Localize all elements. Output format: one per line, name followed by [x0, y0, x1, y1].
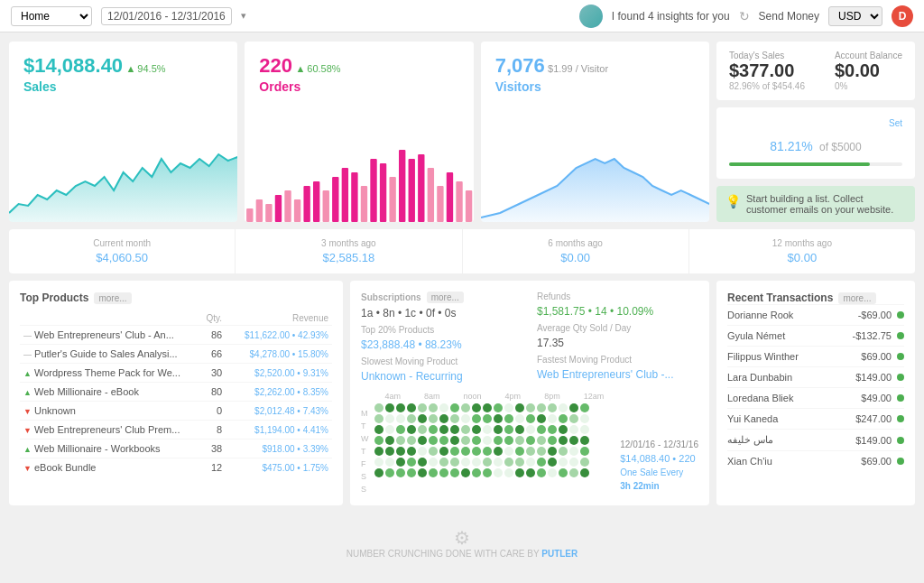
heatmap-hour-label: 4pm [505, 392, 522, 401]
heatmap-cell [472, 414, 481, 423]
heatmap-cell [429, 425, 438, 434]
transaction-row: Filippus Winther $69.00 [727, 346, 904, 366]
transaction-row: Yui Kaneda $247.00 [727, 408, 904, 429]
product-qty: 8 [199, 421, 226, 440]
transactions-list: Dorianne Rook -$69.00 Gyula Német -$132.… [727, 304, 904, 471]
top20-section: Top 20% Products $23,888.48 • 88.23% [361, 325, 522, 351]
transaction-row: Gyula Német -$132.75 [727, 325, 904, 346]
txn-status-dot [897, 437, 904, 444]
heatmap-cell [526, 403, 535, 412]
heatmap-cell [548, 425, 557, 434]
product-revenue: $475.00 • 1.75% [226, 458, 332, 477]
home-select[interactable]: Home [11, 6, 92, 26]
date-chevron-icon[interactable]: ▾ [241, 10, 246, 22]
top20-label: Top 20% Products [361, 325, 522, 335]
heatmap-cell [472, 447, 481, 456]
mini-stats-row: Today's Sales $377.00 82.96% of $454.46 … [729, 51, 902, 91]
svg-rect-19 [428, 168, 434, 222]
txn-name: Lara Dunbabin [727, 372, 792, 383]
transaction-row: Lara Dunbabin $149.00 [727, 366, 904, 387]
heatmap-cell [526, 447, 535, 456]
txn-amount: -$132.75 [853, 330, 892, 341]
transactions-more-button[interactable]: more... [838, 292, 875, 304]
svg-rect-15 [390, 177, 396, 222]
svg-rect-14 [380, 163, 386, 222]
account-balance-section: Account Balance $0.00 0% [835, 51, 902, 91]
heatmap-stats-section: 12/01/16 - 12/31/16 $14,088.40 • 220 One… [620, 392, 698, 495]
heatmap-cell [429, 447, 438, 456]
heatmap-cell [483, 414, 492, 423]
heatmap-cell [494, 447, 503, 456]
heatmap-cell [429, 403, 438, 412]
txn-right: $69.00 [861, 456, 904, 467]
product-qty: 38 [199, 440, 226, 458]
heatmap-row [374, 436, 615, 445]
table-row: ▲ Web Millionaire - eBook 80 $2,262.00 •… [20, 383, 332, 402]
transaction-row: Loredana Bliek $49.00 [727, 387, 904, 408]
heatmap-cell [548, 414, 557, 423]
product-name: ▲ Wordpress Theme Pack for We... [20, 364, 199, 383]
table-row: ▲ Wordpress Theme Pack for We... 30 $2,5… [20, 364, 332, 383]
heatmap-cell [569, 436, 578, 445]
product-name: ▲ Web Millionaire - eBook [20, 383, 199, 402]
account-balance-value: $0.00 [835, 60, 902, 81]
goal-set-button[interactable]: Set [889, 118, 902, 128]
table-row: ▼ eBook Bundle 12 $475.00 • 1.75% [20, 458, 332, 477]
avg-qty-value: 17.35 [537, 337, 698, 349]
heatmap-cell [472, 468, 481, 477]
goal-percentage: 81.21% of $5000 [729, 129, 902, 157]
account-balance-sub: 0% [835, 81, 902, 91]
svg-rect-18 [418, 154, 424, 222]
subscriptions-more-button[interactable]: more... [427, 292, 464, 303]
heatmap-cell [580, 458, 589, 467]
sales-change: ▲ 94.5% [125, 63, 165, 74]
products-more-button[interactable]: more... [94, 292, 131, 304]
heatmap-cell [374, 403, 383, 412]
insights-text[interactable]: I found 4 insights for you [612, 10, 730, 23]
heatmap-cell [461, 414, 470, 423]
heatmap-cell [450, 458, 459, 467]
period-12months-value: $0.00 [698, 251, 906, 264]
goal-of: of $5000 [819, 141, 862, 153]
refresh-icon[interactable]: ↻ [739, 9, 750, 23]
user-menu-button[interactable]: D [892, 5, 913, 27]
heatmap-cell [483, 436, 492, 445]
svg-rect-6 [304, 186, 310, 222]
heatmap-cell [569, 468, 578, 477]
products-table: Qty. Revenue — Web Entrepreneurs' Club -… [20, 311, 332, 477]
slowest-label: Slowest Moving Product [361, 356, 522, 366]
heatmap-hours: 4am8amnoon4pm8pm12am [374, 392, 615, 401]
heatmap-cell [439, 447, 448, 456]
heatmap-cell [494, 425, 503, 434]
orders-change: ▲ 60.58% [295, 63, 340, 74]
main-content: $14,088.40 ▲ 94.5% Sales [0, 32, 924, 514]
orders-label: Orders [259, 79, 458, 94]
heatmap-cell [559, 425, 568, 434]
heatmap-row [374, 414, 615, 423]
heatmap-cell [374, 468, 383, 477]
visitors-sub: $1.99 / Visitor [548, 63, 608, 74]
top-row: $14,088.40 ▲ 94.5% Sales [9, 42, 915, 222]
footer: ⚙ NUMBER CRUNCHING DONE WITH CARE BY PUT… [0, 514, 924, 571]
tip-text: Start building a list. Collect customer … [746, 193, 906, 215]
heatmap-cell [407, 414, 416, 423]
heatmap-cell [418, 425, 427, 434]
goal-card: Set 81.21% of $5000 [716, 107, 915, 179]
send-money-button[interactable]: Send Money [759, 10, 819, 23]
table-row: ▼ Web Entrepreneurs' Club Prem... 8 $1,1… [20, 421, 332, 440]
heatmap-cell [385, 403, 394, 412]
product-revenue: $918.00 • 3.39% [226, 440, 332, 458]
footer-text: NUMBER CRUNCHING DONE WITH CARE BY [346, 549, 540, 559]
heatmap-row [374, 403, 615, 412]
product-revenue: $2,262.00 • 8.35% [226, 383, 332, 402]
heatmap-days: MTWTFSS [361, 392, 369, 495]
heatmap-cell [483, 403, 492, 412]
heatmap-cell [580, 447, 589, 456]
txn-right: $49.00 [861, 393, 904, 403]
heatmap-date: 12/01/16 - 12/31/16 [620, 440, 698, 449]
txn-status-dot [897, 458, 904, 465]
heatmap-cell [559, 468, 568, 477]
heatmap-cell [515, 436, 524, 445]
currency-select[interactable]: USD [828, 6, 882, 26]
products-col-qty: Qty. [199, 311, 226, 326]
